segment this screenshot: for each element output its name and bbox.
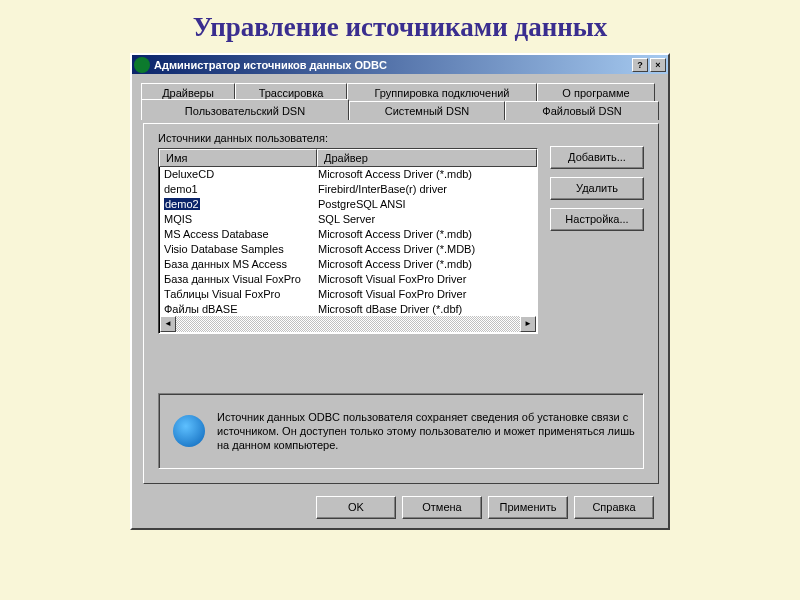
tab-control: Драйверы Трассировка Группировка подключ… [141,83,659,484]
list-header: Имя Драйвер [159,149,537,167]
dsn-name: Файлы dBASE [164,303,237,315]
dialog-buttons: OK Отмена Применить Справка [132,496,668,519]
table-row[interactable]: База данных MS AccessMicrosoft Access Dr… [160,257,536,272]
tab-row-front: Пользовательский DSN Системный DSN Файло… [141,101,659,120]
tab-about[interactable]: О программе [537,83,655,102]
dsn-driver: Firebird/InterBase(r) driver [316,182,536,197]
side-buttons: Добавить... Удалить Настройка... [550,146,644,231]
tab-pooling[interactable]: Группировка подключений [347,83,537,102]
col-name[interactable]: Имя [159,149,317,167]
dsn-name: MS Access Database [164,228,269,240]
odbc-admin-window: Администратор источников данных ODBC ? ×… [130,53,670,530]
add-button[interactable]: Добавить... [550,146,644,169]
col-driver[interactable]: Драйвер [317,149,537,167]
dsn-driver: Microsoft dBase Driver (*.dbf) [316,302,536,316]
apply-button[interactable]: Применить [488,496,568,519]
horizontal-scrollbar[interactable]: ◄ ► [160,316,536,332]
dsn-driver: Microsoft Access Driver (*.mdb) [316,167,536,182]
scroll-track[interactable] [176,316,520,332]
dsn-driver: PostgreSQL ANSI [316,197,536,212]
table-row[interactable]: Файлы dBASEMicrosoft dBase Driver (*.dbf… [160,302,536,316]
dsn-name: Visio Database Samples [164,243,284,255]
dsn-driver: Microsoft Access Driver (*.mdb) [316,257,536,272]
slide-title: Управление источниками данных [0,0,800,45]
ok-button[interactable]: OK [316,496,396,519]
info-box: Источник данных ODBC пользователя сохран… [158,393,644,469]
table-row[interactable]: demo1Firebird/InterBase(r) driver [160,182,536,197]
dsn-name: DeluxeCD [164,168,214,180]
window-title: Администратор источников данных ODBC [154,59,630,71]
dsn-listbox[interactable]: Имя Драйвер DeluxeCDMicrosoft Access Dri… [158,148,538,334]
cancel-button[interactable]: Отмена [402,496,482,519]
info-text: Источник данных ODBC пользователя сохран… [217,410,635,452]
tab-file-dsn[interactable]: Файловый DSN [505,101,659,120]
dsn-driver: Microsoft Visual FoxPro Driver [316,272,536,287]
app-icon [134,57,150,73]
globe-icon [173,415,205,447]
table-row[interactable]: Visio Database SamplesMicrosoft Access D… [160,242,536,257]
dsn-driver: Microsoft Visual FoxPro Driver [316,287,536,302]
help-button[interactable]: ? [632,58,648,72]
help-button[interactable]: Справка [574,496,654,519]
dsn-name: demo2 [164,198,200,210]
table-row[interactable]: MQISSQL Server [160,212,536,227]
dsn-name: MQIS [164,213,192,225]
dsn-driver: Microsoft Access Driver (*.mdb) [316,227,536,242]
tab-user-dsn[interactable]: Пользовательский DSN [141,99,349,120]
table-row[interactable]: Таблицы Visual FoxProMicrosoft Visual Fo… [160,287,536,302]
dsn-name: demo1 [164,183,198,195]
remove-button[interactable]: Удалить [550,177,644,200]
table-row[interactable]: DeluxeCDMicrosoft Access Driver (*.mdb) [160,167,536,182]
close-button[interactable]: × [650,58,666,72]
dsn-name: База данных Visual FoxPro [164,273,301,285]
dsn-list-label: Источники данных пользователя: [158,132,328,144]
table-row[interactable]: База данных Visual FoxProMicrosoft Visua… [160,272,536,287]
dsn-driver: Microsoft Access Driver (*.MDB) [316,242,536,257]
dsn-name: Таблицы Visual FoxPro [164,288,280,300]
table-row[interactable]: demo2PostgreSQL ANSI [160,197,536,212]
dsn-driver: SQL Server [316,212,536,227]
tab-system-dsn[interactable]: Системный DSN [349,101,505,120]
titlebar[interactable]: Администратор источников данных ODBC ? × [132,55,668,74]
table-row[interactable]: MS Access DatabaseMicrosoft Access Drive… [160,227,536,242]
dsn-name: База данных MS Access [164,258,287,270]
user-dsn-panel: Источники данных пользователя: Имя Драйв… [143,123,659,484]
configure-button[interactable]: Настройка... [550,208,644,231]
scroll-right-icon[interactable]: ► [520,316,536,332]
scroll-left-icon[interactable]: ◄ [160,316,176,332]
